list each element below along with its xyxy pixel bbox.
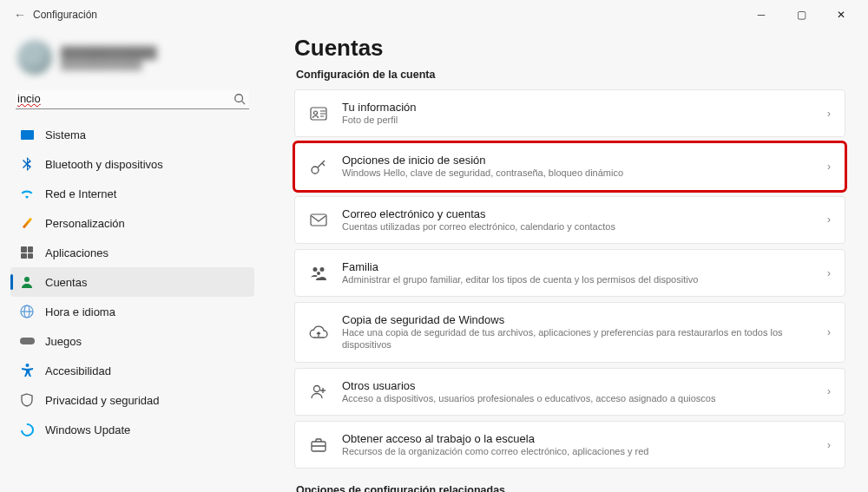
nav-aplicaciones[interactable]: Aplicaciones <box>10 238 254 267</box>
svg-point-9 <box>314 111 318 115</box>
profile-name: ████████████ <box>61 46 157 59</box>
page-heading: Cuentas <box>294 35 845 62</box>
close-button[interactable]: ✕ <box>821 1 861 29</box>
wifi-icon <box>19 186 35 201</box>
nav-red[interactable]: Red e Internet <box>10 179 254 208</box>
chevron-right-icon: › <box>827 161 831 173</box>
family-icon <box>309 264 328 283</box>
nav-update[interactable]: Windows Update <box>10 415 254 444</box>
gamepad-icon <box>19 333 35 349</box>
profile-block[interactable]: ████████████ ████████████ <box>10 36 254 87</box>
chevron-right-icon: › <box>827 385 831 397</box>
svg-rect-11 <box>311 214 326 226</box>
bluetooth-icon <box>19 156 35 172</box>
section-title-related: Opciones de configuración relacionadas <box>296 484 845 492</box>
svg-rect-6 <box>20 338 35 344</box>
chevron-right-icon: › <box>827 326 831 338</box>
nav-sistema[interactable]: Sistema <box>10 120 254 149</box>
mail-icon <box>309 210 328 229</box>
profile-email: ████████████ <box>61 59 157 69</box>
svg-point-2 <box>24 277 30 282</box>
brush-icon <box>19 215 35 231</box>
chevron-right-icon: › <box>827 108 831 120</box>
chevron-right-icon: › <box>827 439 831 451</box>
search-box[interactable]: incio <box>16 90 249 109</box>
nav-accesibilidad[interactable]: Accesibilidad <box>10 356 254 385</box>
nav-juegos[interactable]: Juegos <box>10 326 254 356</box>
globe-icon <box>19 304 35 319</box>
card-backup[interactable]: Copia de seguridad de WindowsHace una co… <box>294 302 845 363</box>
sidebar: ████████████ ████████████ incio Sistema … <box>0 30 265 492</box>
briefcase-icon <box>309 436 328 455</box>
window-title: Configuración <box>33 9 97 21</box>
nav-hora[interactable]: Hora e idioma <box>10 297 254 326</box>
nav-cuentas[interactable]: Cuentas <box>10 267 254 297</box>
main-content: Cuentas Configuración de la cuenta Tu in… <box>265 30 868 492</box>
nav-personalizacion[interactable]: Personalización <box>10 208 254 238</box>
maximize-button[interactable]: ▢ <box>781 1 821 29</box>
add-user-icon <box>309 382 328 401</box>
card-otros-usuarios[interactable]: Otros usuariosAcceso a dispositivos, usu… <box>294 368 845 416</box>
key-icon <box>309 157 328 176</box>
chevron-right-icon: › <box>827 267 831 279</box>
card-trabajo-escuela[interactable]: Obtener acceso al trabajo o la escuelaRe… <box>294 421 845 469</box>
cloud-sync-icon <box>309 323 328 342</box>
card-opciones-inicio-sesion[interactable]: Opciones de inicio de sesiónWindows Hell… <box>294 142 845 190</box>
update-icon <box>19 422 35 437</box>
back-button[interactable]: ← <box>7 8 33 22</box>
minimize-button[interactable]: ─ <box>741 1 781 29</box>
chevron-right-icon: › <box>827 213 831 226</box>
svg-point-0 <box>235 94 243 102</box>
nav-list: Sistema Bluetooth y dispositivos Red e I… <box>10 120 254 444</box>
search-input-text: incio <box>17 92 41 105</box>
accessibility-icon <box>19 363 35 378</box>
avatar <box>17 40 52 75</box>
person-icon <box>19 274 35 290</box>
nav-bluetooth[interactable]: Bluetooth y dispositivos <box>10 149 254 179</box>
svg-point-7 <box>25 364 29 367</box>
svg-point-10 <box>312 167 319 174</box>
nav-privacidad[interactable]: Privacidad y seguridad <box>10 385 254 415</box>
section-title-account: Configuración de la cuenta <box>296 69 845 81</box>
search-icon[interactable] <box>233 93 246 105</box>
apps-icon <box>19 245 35 260</box>
card-tu-informacion[interactable]: Tu informaciónFoto de perfil › <box>294 89 845 137</box>
card-correo-cuentas[interactable]: Correo electrónico y cuentasCuentas util… <box>294 196 845 244</box>
card-familia[interactable]: FamiliaAdministrar el grupo familiar, ed… <box>294 249 845 297</box>
display-icon <box>19 127 35 142</box>
shield-icon <box>19 392 35 408</box>
svg-point-12 <box>314 386 320 392</box>
id-card-icon <box>309 104 328 123</box>
svg-line-1 <box>242 101 246 104</box>
